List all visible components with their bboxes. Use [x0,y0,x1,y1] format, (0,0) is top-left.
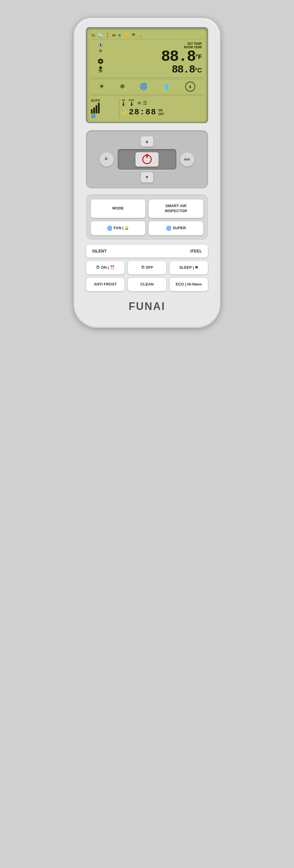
sleep-label: SLEEP | [179,265,194,270]
lock-icon: 🔒 [138,33,143,37]
sun-icon: ✳ [118,33,121,38]
fan-left-button[interactable] [99,152,114,167]
smart-air-button[interactable]: SMART AIRINSPECTOR [148,199,204,218]
display-temp-area: SET TEMP ROOM TEMP 88.8°F 88.8°C [111,42,204,75]
sleep-x-icon: ✖ [195,265,198,270]
temp-value: 88.8 [161,48,195,65]
lcd-display: 🌬 📡 🧍 Hi ✳ 😊 🔒 👁‍🗨 ⚙ [86,27,208,123]
temp-celsius-row: 88.8°C [111,64,202,75]
anti-clean-eco-row: ANTI FROST CLEAN ECO | Hi-Nano [86,278,208,291]
brand-label: FUNAI [86,300,208,313]
silent-label: SILENT [92,249,107,253]
timer-row: 🌙 28:88 ON OFF [121,107,203,117]
mode-button[interactable]: MODE [90,199,146,218]
person-fan-icon [93,55,108,74]
face-icon: 😊 [124,33,129,38]
display-divider [119,99,119,118]
sleep-button[interactable]: SLEEP | ✖ [169,261,208,275]
hi-label: Hi [112,34,115,37]
svg-point-4 [99,66,102,69]
air-icon: 🌬 [91,33,95,38]
mode-smart-row: MODE SMART AIRINSPECTOR [90,199,204,218]
on-button[interactable]: ⏱ ON | ⏰ [86,261,125,275]
temperature-display: 88.8°F [111,49,202,64]
wifi-signal-icon: 📡 [98,33,103,38]
in-unit-icon: IN 🌡 [121,99,126,107]
on-clock-icon: ⏰ [110,265,115,270]
anti-frost-label: ANTI FROST [94,282,117,287]
clean-button[interactable]: CLEAN [127,278,167,291]
display-top-icons-row: 🌬 📡 🧍 Hi ✳ 😊 🔒 [90,32,204,39]
fan-super-row: 🌀 FAN | 🔒 🌀 SUPER [90,221,204,236]
mode-fan-icon: 🌀 [140,83,148,90]
fan-blade-icon: 🌀 [107,225,113,231]
down-arrow-icon: ▼ [145,175,149,180]
on-off-label: ON OFF [158,108,164,116]
up-arrow-icon: ▲ [145,139,149,144]
in-out-airflow-row: IN 🌡 OUT 🌡 ≋ ☰ [121,99,203,107]
off-button[interactable]: ⏱ OFF [127,261,167,275]
dpad-middle-row [90,149,204,170]
fan-lock-button[interactable]: 🌀 FAN | 🔒 [90,221,146,236]
power-icon [142,155,152,164]
anti-frost-button[interactable]: ANTI FROST [86,278,125,291]
mode-dry-icon: 💧 [162,83,170,90]
moon-icon: 🌙 [121,109,127,115]
temp-value-c: 88.8 [172,64,195,76]
power-button[interactable] [135,152,159,167]
display-temp-row: 👁‍🗨 ⚙ [90,41,204,76]
display-status-icons: 🌬 📡 🧍 Hi ✳ 😊 🔒 [91,33,143,38]
temp-unit-f: °F [195,53,202,60]
mode-auto-icon: A [185,82,195,92]
super-fan-icon: 🌀 [166,225,172,231]
off-label: OFF [146,265,153,270]
display-mode-row: ☀ ❄ 🌀 💧 A [90,79,204,94]
wifi-icon [131,33,136,38]
display-left-icons: 👁‍🗨 ⚙ [90,43,111,74]
fan-lock-label: FAN | 🔒 [114,226,130,231]
smart-air-label: SMART AIRINSPECTOR [165,204,187,214]
fan-speed-indicator [91,103,100,114]
svg-point-3 [100,60,102,62]
control-pad-section: ▲ [86,130,208,189]
display-bottom-row: AUTO 🌀 IN 🌡 OUT [90,97,204,119]
super-button[interactable]: 🌀 SUPER [148,221,204,236]
fan-right-icon [183,156,191,163]
dpad-container: ▲ [90,136,204,183]
on-off-sleep-row: ⏱ ON | ⏰ ⏱ OFF SLEEP | ✖ [86,261,208,275]
fan-right-button[interactable] [180,152,195,167]
display-auto-fan: AUTO 🌀 [91,99,117,118]
up-button[interactable]: ▲ [141,136,153,147]
super-label: SUPER [173,226,186,231]
timer-value: 28:88 [129,107,156,117]
off-timer-icon: ⏱ [141,265,145,270]
mode-heat-icon: ☀ [99,83,105,90]
fan-left-icon [103,156,110,163]
mode-cool-icon: ❄ [120,83,125,90]
out-unit-icon: OUT 🌡 [129,99,134,107]
on-timer-icon: ⏱ [96,265,100,270]
temp-unit-c: °C [195,67,202,74]
on-label: ON | [101,265,109,270]
ifeel-label: iFEEL [190,249,202,253]
silent-ifeel-button[interactable]: SILENT iFEEL [86,244,208,258]
mode-label: MODE [112,206,124,211]
down-button[interactable]: ▼ [141,172,153,183]
person-icon: 🧍 [105,33,110,38]
fan-icon-bottom: 🌀 [91,114,96,118]
auto-label: AUTO [91,99,100,102]
svg-point-5 [106,159,107,160]
bottom-buttons-section: SILENT iFEEL ⏱ ON | ⏰ ⏱ OFF SLEEP | ✖ AN… [86,244,208,294]
eco-hi-nano-button[interactable]: ECO | Hi-Nano [169,278,208,291]
power-button-container [118,149,176,170]
remote-control: 🌬 📡 🧍 Hi ✳ 😊 🔒 👁‍🗨 ⚙ [73,18,221,328]
clean-label: CLEAN [141,282,154,287]
airflow-direction-icons: ≋ ☰ [137,100,147,106]
eco-hi-nano-label: ECO | Hi-Nano [176,282,202,287]
house-settings-icon: ⚙ [99,49,102,53]
display-timer-section: IN 🌡 OUT 🌡 ≋ ☰ 🌙 28:88 [121,99,203,118]
eye-settings-icon: 👁‍🗨 [98,43,103,48]
mode-smart-section: MODE SMART AIRINSPECTOR 🌀 FAN | 🔒 🌀 SUPE… [86,194,208,240]
